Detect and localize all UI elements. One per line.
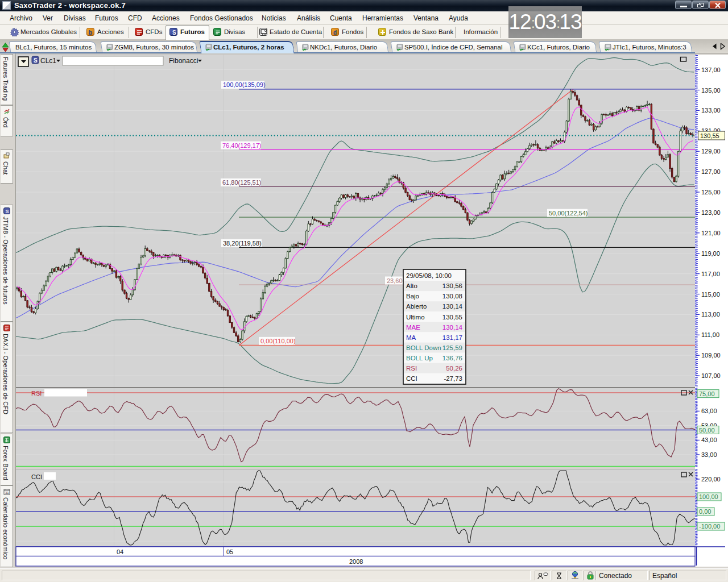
svg-text:Alto: Alto [406,282,417,289]
svg-text:76,40(129,17): 76,40(129,17) [222,142,262,149]
svg-text:115,00: 115,00 [701,291,720,298]
svg-text:Bajo: Bajo [406,293,419,300]
svg-text:d: d [333,30,337,36]
svg-text:220,00: 220,00 [701,476,721,483]
svg-text:136,76: 136,76 [442,355,462,361]
svg-text:-27,73: -27,73 [444,375,462,382]
svg-text:123,00: 123,00 [701,209,721,216]
svg-text:S: S [34,57,38,64]
svg-text:S: S [172,30,176,36]
svg-text:130,55: 130,55 [700,132,719,139]
svg-text:RSI: RSI [31,390,42,397]
svg-text:33,00: 33,00 [701,451,717,458]
svg-text:117,00: 117,00 [701,271,720,277]
svg-text:100,00: 100,00 [699,493,718,500]
svg-text:31: 31 [5,491,9,494]
svg-text:MA: MA [406,334,416,341]
svg-text:131,17: 131,17 [442,334,462,341]
svg-text:23,60(: 23,60( [387,277,405,284]
svg-text:107,00: 107,00 [701,372,721,379]
svg-text:130,14: 130,14 [442,303,463,310]
svg-text:MAE: MAE [406,324,420,331]
svg-text:43,00: 43,00 [701,436,717,443]
svg-text:Ultimo: Ultimo [406,314,425,321]
svg-text:119,00: 119,00 [701,250,720,257]
svg-text:CCI: CCI [31,473,42,480]
svg-text:113,00: 113,00 [701,311,720,318]
svg-text:Abierto: Abierto [406,303,427,310]
svg-text:0,00(110,00): 0,00(110,00) [260,338,296,344]
svg-text:63,00: 63,00 [701,408,717,414]
svg-text:CCI: CCI [406,375,417,382]
svg-text:BOLL Down: BOLL Down [406,344,441,351]
svg-text:BOLL Up: BOLL Up [406,355,433,361]
svg-text:130,08: 130,08 [442,293,462,300]
svg-text:61,80(125,51): 61,80(125,51) [222,179,262,186]
svg-text:111,00: 111,00 [701,331,719,338]
svg-text:S: S [6,209,9,214]
svg-text:50,26: 50,26 [446,365,462,372]
svg-text:CLc1: CLc1 [40,57,56,65]
svg-text:-100,00: -100,00 [699,523,720,530]
svg-text:127,00: 127,00 [701,168,721,175]
svg-text:130,14: 130,14 [442,324,463,331]
svg-text:50,00(122,54): 50,00(122,54) [549,210,588,217]
svg-text:50,00: 50,00 [699,427,715,434]
svg-text:38,20(119,58): 38,20(119,58) [223,240,262,247]
svg-text:125,00: 125,00 [701,189,721,196]
svg-text:2008: 2008 [349,558,363,565]
svg-text:b: b [89,30,92,36]
svg-text:130,56: 130,56 [442,282,462,289]
svg-text:04: 04 [117,548,123,555]
svg-text:121,00: 121,00 [701,230,721,236]
svg-text:129,00: 129,00 [701,148,721,155]
svg-text:125,59: 125,59 [442,344,462,351]
svg-text:130,55: 130,55 [442,314,462,321]
svg-text:0,00: 0,00 [699,508,711,515]
svg-text:109,00: 109,00 [701,352,721,359]
svg-text:135,00: 135,00 [701,87,721,94]
svg-text:05: 05 [226,548,233,555]
svg-text:75,00: 75,00 [699,390,715,397]
svg-text:Fibonacci: Fibonacci [169,57,198,65]
svg-text:100,00(135,09): 100,00(135,09) [223,81,266,88]
svg-text:137,00: 137,00 [701,66,721,73]
svg-text:RSI: RSI [406,365,417,372]
svg-text:29/05/08, 10:00: 29/05/08, 10:00 [406,272,452,279]
svg-text:133,00: 133,00 [701,107,721,114]
